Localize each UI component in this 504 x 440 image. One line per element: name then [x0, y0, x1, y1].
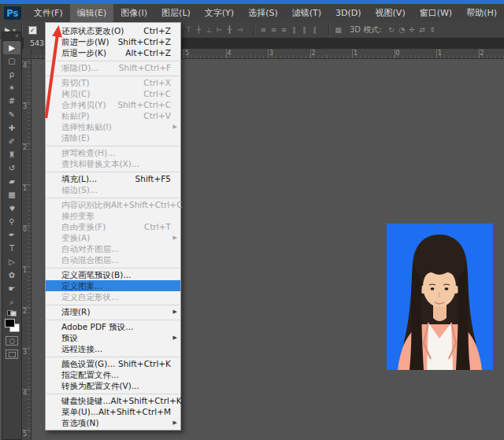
tools-panel-collapse-button[interactable]: »: [2, 32, 21, 41]
edit-menu-item[interactable]: 定义图案...: [46, 280, 180, 291]
edit-menu-item[interactable]: 还原状态更改(O) Ctrl+Z: [46, 25, 180, 36]
distribute-top-edges-icon[interactable]: ≡: [258, 26, 269, 34]
menu-bar-item[interactable]: 视图(V): [369, 4, 413, 22]
edit-menu-item[interactable]: 后退一步(K) Alt+Ctrl+Z: [46, 47, 180, 58]
healing-brush-tool[interactable]: ✚: [3, 121, 20, 135]
menu-bar-item[interactable]: 文件(F): [27, 4, 70, 22]
magic-wand-tool[interactable]: ✶: [3, 81, 20, 94]
menu-bar-item[interactable]: 文字(Y): [198, 4, 241, 22]
custom-shape-tool[interactable]: ✿: [3, 268, 20, 282]
edit-menu-item[interactable]: 渐隐(D)... Shift+Ctrl+F: [46, 62, 180, 73]
edit-menu-item[interactable]: 拷贝(C) Ctrl+C: [46, 88, 180, 99]
menu-bar-item[interactable]: 3D(D): [328, 5, 369, 21]
align-vertical-centers-icon[interactable]: ┼: [194, 26, 204, 34]
menu-item-label: 定义自定形状...: [61, 291, 119, 302]
edit-menu-item[interactable]: 自动对齐图层...: [46, 243, 180, 254]
default-colors-icon[interactable]: [7, 310, 17, 316]
menu-item-shortcut: Shift+Ctrl+Z: [118, 36, 177, 47]
menu-bar-item[interactable]: 帮助(H): [459, 4, 504, 22]
brush-tool[interactable]: ✐: [3, 135, 20, 148]
3d-scale-icon[interactable]: ⇕: [428, 26, 438, 34]
menu-item-shortcut: Alt+Shift+Ctrl+C: [111, 199, 189, 210]
auto-align-layers-icon[interactable]: ▦: [333, 26, 343, 34]
edit-menu-item[interactable]: 自动混合图层...: [46, 254, 180, 265]
eyedropper-tool[interactable]: ✎: [3, 108, 20, 121]
menu-item-label: 自由变换(F): [61, 221, 106, 232]
3d-orbit-icon[interactable]: ↻: [387, 26, 397, 34]
hand-tool[interactable]: ☛: [3, 282, 20, 295]
edit-menu-item[interactable]: 键盘快捷键... Alt+Shift+Ctrl+K: [46, 395, 180, 406]
distribute-vertical-centers-icon[interactable]: ≡: [269, 26, 279, 34]
options-divider: [254, 24, 255, 35]
edit-menu-item[interactable]: 内容识别比例 Alt+Shift+Ctrl+C: [46, 199, 180, 210]
edit-menu-item[interactable]: 前进一步(W) Shift+Ctrl+Z: [46, 36, 180, 47]
path-selection-tool[interactable]: ▷: [3, 255, 20, 268]
edit-menu-item[interactable]: 自由变换(F) Ctrl+T: [46, 221, 180, 232]
pen-tool[interactable]: ✒: [3, 228, 20, 242]
edit-menu-item[interactable]: 剪切(T) Ctrl+X: [46, 77, 180, 88]
menu-bar-item[interactable]: 图层(L): [154, 4, 198, 22]
menu-bar-item[interactable]: 图像(I): [113, 4, 154, 22]
lasso-tool[interactable]: ρ: [3, 68, 20, 81]
align-horizontal-centers-icon[interactable]: ╂: [224, 26, 235, 34]
quick-mask-button[interactable]: [6, 336, 18, 346]
edit-menu-item[interactable]: 指定配置文件...: [46, 369, 180, 380]
edit-menu-item[interactable]: 合并拷贝(Y) Shift+Ctrl+C: [46, 99, 180, 110]
crop-tool[interactable]: #: [3, 94, 20, 108]
3d-roll-icon[interactable]: ◔: [397, 26, 407, 34]
type-tool[interactable]: T: [3, 242, 20, 255]
edit-menu-item[interactable]: 操控变形: [46, 210, 180, 221]
menu-bar-item[interactable]: 选择(S): [241, 4, 285, 22]
edit-menu-item[interactable]: 菜单(U)... Alt+Shift+Ctrl+M: [46, 406, 180, 417]
ruler-origin-corner: [22, 49, 32, 59]
edit-menu-item[interactable]: 定义自定形状...: [46, 291, 180, 302]
edit-menu-item[interactable]: 拼写检查(H)...: [46, 147, 180, 158]
history-brush-tool[interactable]: ↺: [3, 161, 20, 175]
edit-menu-item[interactable]: 变换(A): [46, 232, 180, 243]
edit-menu-item[interactable]: 填充(L)... Shift+F5: [46, 173, 180, 184]
align-bottom-edges-icon[interactable]: ⊥: [204, 26, 214, 34]
eraser-tool[interactable]: ▰: [3, 175, 20, 188]
align-top-edges-icon[interactable]: ⊤: [183, 26, 194, 34]
edit-menu-item[interactable]: 转换为配置文件(V)...: [46, 380, 180, 391]
distribute-left-edges-icon[interactable]: ∥: [289, 26, 299, 34]
move-tool[interactable]: ▶: [3, 41, 20, 54]
edit-menu-item[interactable]: 查找和替换文本(X)...: [46, 158, 180, 169]
edit-menu-item[interactable]: 颜色设置(G)... Shift+Ctrl+K: [46, 358, 180, 369]
menu-item-label: 远程连接...: [61, 343, 102, 354]
menu-item-label: 菜单(U)...: [61, 406, 98, 417]
edit-menu-item[interactable]: 描边(S)...: [46, 184, 180, 195]
photoshop-window: { "app": {"logo": "Ps"}, "menu_bar": { "…: [0, 0, 504, 440]
distribute-right-edges-icon[interactable]: ∥: [309, 26, 320, 34]
auto-select-checkbox[interactable]: ✓: [28, 26, 37, 35]
edit-menu-item[interactable]: 首选项(N): [46, 417, 180, 428]
3d-slide-icon[interactable]: ⇄: [417, 26, 428, 34]
edit-menu-item[interactable]: 定义画笔预设(B)...: [46, 269, 180, 280]
edit-menu-item[interactable]: 清理(R): [46, 306, 180, 317]
marquee-tool[interactable]: ▢: [3, 54, 20, 68]
menu-item-label: 查找和替换文本(X)...: [61, 158, 139, 169]
edit-menu-item[interactable]: 粘贴(P) Ctrl+V: [46, 110, 180, 121]
clone-stamp-tool[interactable]: ♜: [3, 148, 20, 161]
menu-bar-item[interactable]: 编辑(E): [70, 4, 114, 22]
submenu-arrow-icon: [171, 306, 177, 317]
zoom-tool[interactable]: ⌕: [3, 295, 20, 309]
edit-menu-item[interactable]: 远程连接...: [46, 343, 180, 354]
menu-bar-item[interactable]: 滤镜(T): [285, 4, 328, 22]
edit-menu-item[interactable]: 预设: [46, 332, 180, 343]
screen-mode-button[interactable]: [6, 349, 18, 359]
id-photo-document[interactable]: [387, 224, 493, 370]
gradient-tool[interactable]: ▩: [3, 188, 20, 202]
menu-bar-item[interactable]: 窗口(W): [413, 4, 459, 22]
distribute-horizontal-centers-icon[interactable]: ∥: [299, 26, 309, 34]
edit-menu-item[interactable]: Adobe PDF 预设...: [46, 321, 180, 332]
3d-pan-icon[interactable]: ✛: [407, 26, 417, 34]
align-left-edges-icon[interactable]: ⊢: [214, 26, 224, 34]
align-right-edges-icon[interactable]: ⊣: [235, 26, 245, 34]
blur-tool[interactable]: ♠: [3, 202, 20, 215]
foreground-color-swatch[interactable]: [5, 319, 15, 327]
edit-menu-item[interactable]: 选择性粘贴(I): [46, 121, 180, 132]
distribute-bottom-edges-icon[interactable]: ≡: [279, 26, 289, 34]
dodge-tool[interactable]: ⚲: [3, 215, 20, 228]
edit-menu-item[interactable]: 清除(E): [46, 132, 180, 143]
